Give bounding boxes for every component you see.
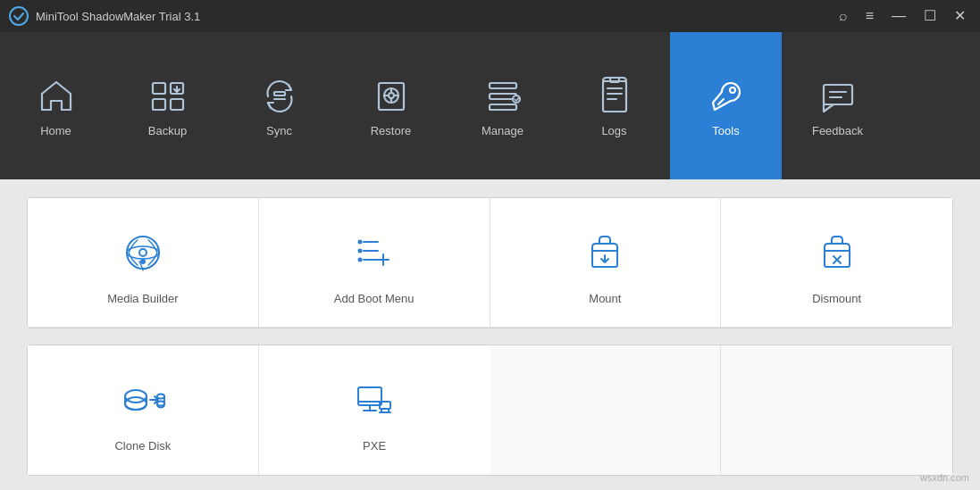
pxe-icon [348, 373, 401, 427]
close-button[interactable]: ✕ [949, 7, 971, 25]
watermark: wsxdn.com [920, 472, 969, 483]
svg-point-13 [513, 96, 520, 103]
title-bar: MiniTool ShadowMaker Trial 3.1 ⌕ ≡ — ☐ ✕ [0, 0, 980, 32]
nav-label-backup: Backup [148, 124, 187, 137]
manage-icon [481, 74, 525, 119]
app-logo [9, 6, 29, 26]
dismount-icon [810, 226, 864, 279]
menu-button[interactable]: ≡ [860, 7, 879, 25]
tool-card-add-boot-menu[interactable]: Add Boot Menu [259, 198, 490, 328]
tool-card-clone-disk[interactable]: Clone Disk [28, 345, 259, 475]
svg-rect-1 [153, 83, 165, 94]
svg-point-33 [357, 257, 362, 262]
svg-rect-4 [171, 99, 183, 110]
maximize-button[interactable]: ☐ [918, 7, 942, 25]
svg-rect-21 [824, 85, 852, 104]
window-controls: ⌕ ≡ — ☐ ✕ [833, 7, 971, 25]
tool-label-clone-disk: Clone Disk [114, 439, 171, 453]
search-button[interactable]: ⌕ [833, 7, 853, 25]
nav-item-feedback[interactable]: Feedback [782, 32, 893, 179]
nav-label-manage: Manage [482, 124, 524, 137]
svg-point-41 [157, 394, 164, 399]
svg-point-25 [139, 249, 147, 256]
tool-label-dismount: Dismount [812, 292, 861, 305]
svg-rect-12 [490, 104, 516, 110]
tool-card-empty-2 [721, 345, 952, 475]
svg-point-31 [357, 239, 362, 244]
svg-point-42 [157, 402, 164, 406]
tools-grid-row2: Clone Disk PXE [27, 345, 953, 476]
svg-rect-18 [610, 78, 619, 82]
minimize-button[interactable]: — [886, 7, 911, 25]
nav-bar: Home Backup Sync [0, 32, 980, 179]
media-builder-icon [116, 226, 170, 279]
svg-rect-7 [379, 83, 404, 110]
restore-icon [369, 74, 414, 119]
nav-label-feedback: Feedback [812, 124, 863, 137]
svg-rect-10 [490, 83, 516, 88]
nav-item-sync[interactable]: Sync [223, 32, 335, 179]
feedback-icon [816, 74, 860, 119]
nav-item-backup[interactable]: Backup [112, 32, 223, 179]
tool-card-media-builder[interactable]: Media Builder [28, 198, 259, 328]
nav-label-home: Home [40, 124, 71, 137]
svg-rect-2 [153, 99, 165, 110]
tool-card-dismount[interactable]: Dismount [721, 198, 952, 328]
app-title: MiniTool ShadowMaker Trial 3.1 [36, 10, 833, 23]
tools-icon [704, 74, 749, 119]
nav-label-logs: Logs [601, 124, 626, 137]
tool-label-mount: Mount [589, 292, 621, 305]
main-content: Media Builder Add Boot Menu [0, 179, 980, 490]
nav-label-restore: Restore [371, 124, 412, 137]
svg-line-19 [718, 99, 724, 104]
svg-rect-5 [274, 92, 285, 96]
clone-disk-icon [116, 373, 170, 427]
tool-card-empty-1 [490, 345, 722, 475]
svg-point-27 [140, 259, 146, 264]
nav-item-home[interactable]: Home [0, 32, 112, 179]
logs-icon [592, 74, 637, 119]
nav-item-logs[interactable]: Logs [558, 32, 670, 179]
tool-card-mount[interactable]: Mount [490, 198, 722, 328]
nav-item-manage[interactable]: Manage [447, 32, 558, 179]
add-boot-menu-icon [348, 226, 401, 279]
tool-card-pxe[interactable]: PXE [259, 345, 490, 475]
nav-item-restore[interactable]: Restore [335, 32, 447, 179]
svg-rect-14 [603, 81, 626, 112]
tools-grid-row1: Media Builder Add Boot Menu [27, 197, 953, 328]
tool-label-pxe: PXE [363, 439, 386, 453]
sync-icon [257, 74, 302, 119]
svg-point-32 [357, 248, 362, 253]
tool-label-add-boot-menu: Add Boot Menu [334, 292, 415, 305]
svg-point-0 [10, 7, 28, 25]
tool-label-media-builder: Media Builder [107, 292, 179, 305]
home-icon [34, 74, 79, 119]
nav-label-sync: Sync [266, 124, 292, 137]
backup-icon [146, 74, 190, 119]
nav-label-tools: Tools [712, 124, 739, 137]
mount-icon [578, 226, 632, 279]
nav-item-tools[interactable]: Tools [670, 32, 782, 179]
svg-point-20 [730, 87, 735, 93]
